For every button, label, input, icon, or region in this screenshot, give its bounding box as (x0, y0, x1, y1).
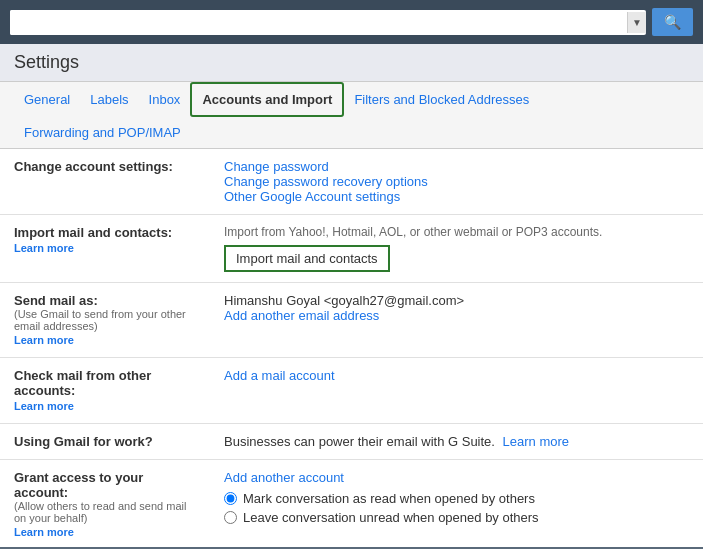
change-password-link[interactable]: Change password (224, 159, 329, 174)
table-row: Using Gmail for work? Businesses can pow… (0, 424, 703, 460)
check-mail-learn-more[interactable]: Learn more (14, 400, 74, 412)
gmail-work-label: Using Gmail for work? (0, 424, 210, 460)
search-button[interactable]: 🔍 (652, 8, 693, 36)
tab-labels[interactable]: Labels (80, 84, 138, 115)
tabs-bar: General Labels Inbox Accounts and Import… (0, 82, 703, 149)
settings-header: Settings (0, 44, 703, 82)
send-mail-sub-label: (Use Gmail to send from your other email… (14, 308, 196, 332)
tab-accounts-and-import[interactable]: Accounts and Import (190, 82, 344, 117)
main-content: General Labels Inbox Accounts and Import… (0, 82, 703, 547)
settings-table: Change account settings: Change password… (0, 149, 703, 547)
import-mail-contacts-button[interactable]: Import mail and contacts (224, 245, 390, 272)
radio-leave-unread-label: Leave conversation unread when opened by… (243, 510, 539, 525)
tab-filters[interactable]: Filters and Blocked Addresses (344, 84, 539, 115)
settings-title: Settings (14, 52, 79, 72)
radio-mark-read[interactable] (224, 492, 237, 505)
radio-mark-read-label: Mark conversation as read when opened by… (243, 491, 535, 506)
tab-inbox[interactable]: Inbox (139, 84, 191, 115)
change-password-recovery-link[interactable]: Change password recovery options (224, 174, 428, 189)
add-another-account-link[interactable]: Add another account (224, 470, 344, 485)
add-mail-account-link[interactable]: Add a mail account (224, 368, 335, 383)
search-box: ▼ (10, 10, 646, 35)
import-description: Import from Yahoo!, Hotmail, AOL, or oth… (224, 225, 689, 239)
check-mail-label: Check mail from other accounts: Learn mo… (0, 358, 210, 424)
send-mail-label: Send mail as: (Use Gmail to send from yo… (0, 283, 210, 358)
gsuite-learn-more[interactable]: Learn more (503, 434, 569, 449)
grant-access-label: Grant access to your account: (Allow oth… (0, 460, 210, 548)
import-mail-label: Import mail and contacts: Learn more (0, 215, 210, 283)
send-mail-learn-more[interactable]: Learn more (14, 334, 74, 346)
import-mail-learn-more[interactable]: Learn more (14, 242, 74, 254)
send-mail-value: Himanshu Goyal <goyalh27@gmail.com> Add … (210, 283, 703, 358)
table-row: Send mail as: (Use Gmail to send from yo… (0, 283, 703, 358)
grant-access-learn-more[interactable]: Learn more (14, 526, 74, 538)
import-mail-value: Import from Yahoo!, Hotmail, AOL, or oth… (210, 215, 703, 283)
change-account-value: Change password Change password recovery… (210, 149, 703, 215)
gmail-work-value: Businesses can power their email with G … (210, 424, 703, 460)
dropdown-arrow[interactable]: ▼ (627, 12, 646, 33)
tab-general[interactable]: General (14, 84, 80, 115)
check-mail-value: Add a mail account (210, 358, 703, 424)
change-account-label: Change account settings: (0, 149, 210, 215)
add-another-email-link[interactable]: Add another email address (224, 308, 379, 323)
table-row: Import mail and contacts: Learn more Imp… (0, 215, 703, 283)
table-row: Change account settings: Change password… (0, 149, 703, 215)
grant-access-sub-label: (Allow others to read and send mail on y… (14, 500, 196, 524)
radio-leave-unread[interactable] (224, 511, 237, 524)
table-row: Grant access to your account: (Allow oth… (0, 460, 703, 548)
tab-forwarding[interactable]: Forwarding and POP/IMAP (14, 117, 191, 148)
gsuite-description: Businesses can power their email with G … (224, 434, 495, 449)
search-input[interactable] (10, 10, 627, 35)
table-row: Check mail from other accounts: Learn mo… (0, 358, 703, 424)
user-email: Himanshu Goyal <goyalh27@gmail.com> (224, 293, 689, 308)
other-google-account-link[interactable]: Other Google Account settings (224, 189, 400, 204)
grant-access-value: Add another account Mark conversation as… (210, 460, 703, 548)
top-bar: ▼ 🔍 (0, 0, 703, 44)
